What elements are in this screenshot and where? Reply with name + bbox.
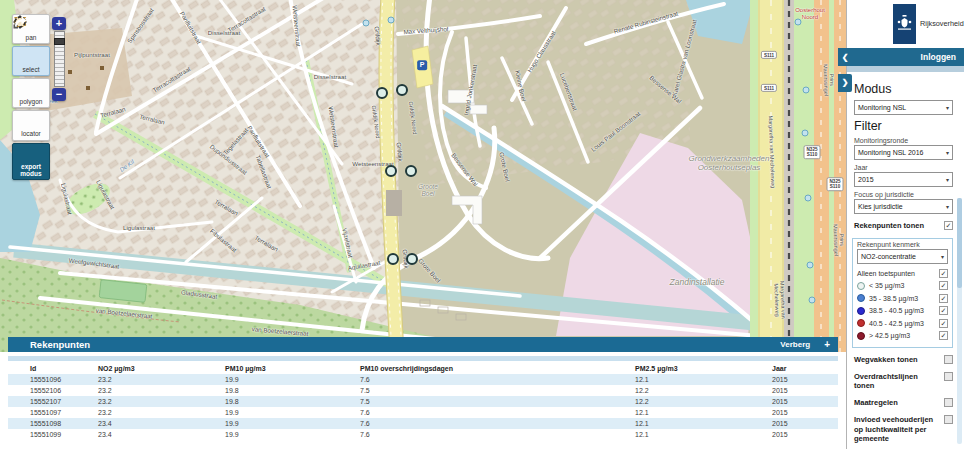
filter-select-monitoringsronde[interactable]: Monitoring NSL 2016▾ (854, 145, 953, 160)
road-shield: S111 (761, 51, 777, 59)
filter-select-value: Monitoring NSL 2016 (858, 149, 924, 156)
rekenpunt-kenmerk-value: NO2-concentratie (861, 253, 916, 260)
tool-label: export modus (13, 163, 49, 177)
rekenpunt-kenmerk-select[interactable]: NO2-concentratie ▾ (857, 249, 948, 264)
rekenpunt-marker[interactable] (406, 253, 418, 265)
table-row[interactable]: 1555109623.219.97.612.12015 (8, 374, 838, 385)
legend-color-dot (857, 332, 865, 340)
table-cell: 19.9 (225, 376, 239, 383)
logo: Rijksoverheid (847, 0, 964, 48)
toggle-invloed-veehouderijen-op-luchtkwaliteit-per-gemeente[interactable]: Invloed veehouderijen op luchtkwaliteit … (854, 415, 953, 444)
filter-field-label: Monitoringsronde (854, 137, 953, 144)
rekenpunt-marker[interactable] (376, 87, 388, 99)
table-cell: 12.1 (635, 409, 649, 416)
table-cell: 7.5 (360, 398, 370, 405)
zoom-slider-handle[interactable] (54, 38, 65, 45)
checkbox-layer[interactable] (944, 415, 953, 424)
table-cell: 2015 (772, 398, 788, 405)
table-cell: 23.4 (98, 431, 112, 438)
column-header: Jaar (772, 365, 786, 372)
legend-color-dot (857, 307, 865, 315)
table-cell: 23.2 (98, 398, 112, 405)
dropdown-arrow-icon: ▾ (946, 203, 949, 210)
table-cell: 15552106 (30, 387, 61, 394)
table-cell: 15551097 (30, 409, 61, 416)
table-cell: 12.2 (635, 398, 649, 405)
table-row[interactable]: 1555210723.219.87.512.22015 (8, 396, 838, 407)
rekenpunt-marker[interactable] (385, 165, 397, 177)
checkbox-legend[interactable]: ✓ (939, 331, 948, 340)
select-tool-button[interactable]: select (12, 46, 50, 76)
table-cell: 15551096 (30, 376, 61, 383)
table-row[interactable]: 1555109923.419.97.612.12015 (8, 429, 838, 440)
legend-color-dot (857, 282, 865, 290)
map-poi-circle (802, 130, 809, 137)
checkbox-layer[interactable] (944, 372, 953, 381)
checkbox-rekenpunten-tonen[interactable]: ✓ (944, 221, 953, 230)
table-cell: 15551098 (30, 420, 61, 427)
road-shield: N325 S110 (804, 145, 821, 159)
tool-label: select (23, 66, 40, 73)
table-cell: 2015 (772, 376, 788, 383)
table-row[interactable]: 1555210623.219.87.512.22015 (8, 385, 838, 396)
toggle-rekenpunten-tonen[interactable]: Rekenpunten tonen ✓ (854, 221, 953, 231)
legend-color-dot (857, 319, 865, 327)
locator-tool-button[interactable]: locator (12, 110, 50, 140)
checkbox-alleen-toetspunten[interactable]: ✓ (939, 269, 948, 278)
zoom-control: + − (52, 17, 67, 101)
table-cell: 12.1 (635, 376, 649, 383)
filter-select-jaar[interactable]: 2015▾ (854, 172, 953, 187)
dropdown-arrow-icon: ▾ (946, 104, 949, 111)
export-tool-button[interactable]: export modus (12, 143, 50, 180)
table-cell: 23.4 (98, 420, 112, 427)
table-cell: 2015 (772, 387, 788, 394)
table-cell: 7.6 (360, 420, 370, 427)
nsl-monitoring-app: PijlpuntstraatSpinsbosstraatPanfluitstra… (0, 0, 964, 449)
filter-field-label: Jaar (854, 164, 953, 171)
panel-scrollbar[interactable] (957, 198, 962, 444)
checkbox-layer[interactable] (944, 398, 953, 407)
expand-table-button[interactable]: + (824, 339, 830, 350)
legend-row: < 35 µg/m3✓ (857, 281, 948, 290)
checkbox-layer[interactable] (944, 355, 953, 364)
dropdown-arrow-icon: ▾ (946, 149, 949, 156)
legend-label: 40.5 - 42.5 µg/m3 (869, 320, 939, 327)
collapse-panel-icon[interactable]: ❮ (838, 53, 852, 62)
filter-field-label: Focus op jurisdictie (854, 191, 953, 198)
zoom-slider[interactable] (54, 31, 65, 87)
login-link[interactable]: Inloggen (921, 52, 964, 62)
checkbox-legend[interactable]: ✓ (939, 294, 948, 303)
rekenpunt-marker[interactable] (405, 165, 417, 177)
zoom-in-button[interactable]: + (52, 17, 66, 30)
filter-select-value: 2015 (858, 176, 874, 183)
column-header: Id (30, 365, 36, 372)
map-toolbar: panselectpolygonlocatorexport modus (12, 14, 50, 180)
hide-table-button[interactable]: Verberg (780, 340, 810, 349)
checkbox-legend[interactable]: ✓ (939, 319, 948, 328)
rekenpunt-legend-box: Rekenpunt kenmerk NO2-concentratie ▾ All… (852, 238, 953, 348)
zoom-out-button[interactable]: − (52, 88, 66, 101)
road-shield: N325 S110 (827, 177, 844, 191)
legend-label: 35 - 38.5 µg/m3 (869, 295, 939, 302)
legend-row: 38.5 - 40.5 µg/m3✓ (857, 306, 948, 315)
filter-select-focus-op-jurisdictie[interactable]: Kies jurisdictie▾ (854, 199, 953, 214)
toggle-wegvakken-tonen[interactable]: Wegvakken tonen (854, 355, 953, 365)
checkbox-legend[interactable]: ✓ (939, 281, 948, 290)
modus-select[interactable]: Monitoring NSL ▾ (854, 100, 953, 115)
road-shield: S111 (761, 84, 777, 92)
polygon-tool-button[interactable]: polygon (12, 78, 50, 108)
toggle-maatregelen[interactable]: Maatregelen (854, 398, 953, 408)
legend-color-dot (857, 294, 865, 302)
table-cell: 23.2 (98, 387, 112, 394)
toggle-overdrachtslijnen-tonen[interactable]: Overdrachtslijnen tonen (854, 372, 953, 392)
dropdown-arrow-icon: ▾ (946, 176, 949, 183)
table-row[interactable]: 1555109723.219.97.612.12015 (8, 407, 838, 418)
checkbox-legend[interactable]: ✓ (939, 306, 948, 315)
toggle-alleen-toetspunten[interactable]: Alleen toetspunten ✓ (857, 269, 948, 278)
table-row[interactable]: 1555109823.419.97.612.12015 (8, 418, 838, 429)
table-cell: 2015 (772, 420, 788, 427)
tool-label: locator (21, 130, 41, 137)
rekenpunt-marker[interactable] (396, 84, 408, 96)
rekenpunt-marker[interactable] (387, 253, 399, 265)
legend-row: 40.5 - 42.5 µg/m3✓ (857, 319, 948, 328)
